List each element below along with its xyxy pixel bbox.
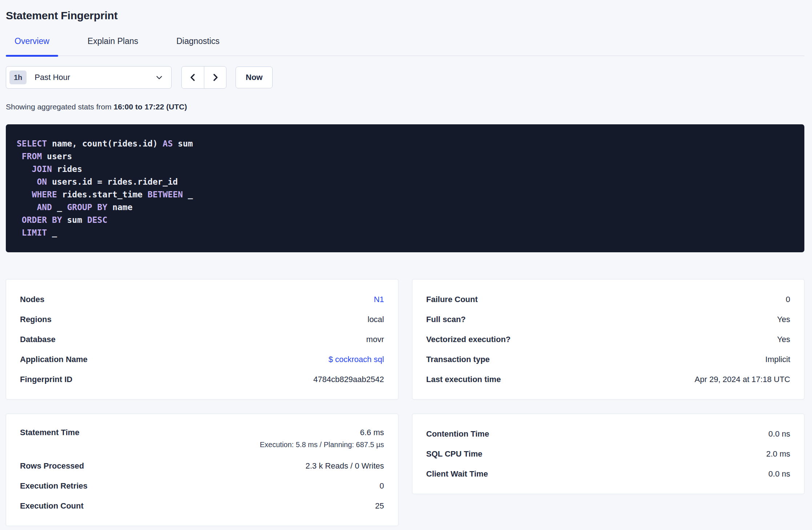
wait-times-card: Contention Time 0.0 ns SQL CPU Time 2.0 … <box>412 414 805 494</box>
stat-row-sql-cpu-time: SQL CPU Time 2.0 ms <box>426 444 791 464</box>
stat-label: Nodes <box>20 295 44 304</box>
statement-details-left-card: Nodes N1 Regions local Database movr App… <box>6 279 398 399</box>
sql-line: ON users.id = rides.rider_id <box>17 176 793 188</box>
stat-value-text: 0 <box>379 481 384 491</box>
tab-label: Overview <box>15 36 49 46</box>
tab-overview[interactable]: Overview <box>6 35 58 56</box>
stat-label: Database <box>20 335 56 344</box>
stat-value: Implicit <box>765 355 790 364</box>
stat-row-last-execution-time: Last execution time Apr 29, 2024 at 17:1… <box>426 369 791 389</box>
stat-row-regions: Regions local <box>20 309 384 329</box>
stat-value-text: 0 <box>786 295 790 304</box>
sql-keyword: GROUP <box>67 202 92 212</box>
stat-value-link[interactable]: N1 <box>374 295 384 304</box>
time-range-dropdown[interactable]: 1h Past Hour <box>6 66 172 89</box>
sql-keyword: JOIN <box>32 164 52 174</box>
stat-value: local <box>367 315 384 324</box>
stat-row-application-name: Application Name $ cockroach sql <box>20 349 384 369</box>
stat-subvalue: Execution: 5.8 ms / Planning: 687.5 µs <box>260 441 384 449</box>
stat-value: 25 <box>375 501 384 511</box>
stat-value-text: Yes <box>777 335 790 344</box>
sql-keyword: BY <box>97 202 108 212</box>
sql-line: WHERE rides.start_time BETWEEN _ <box>17 188 793 201</box>
stat-value-text: 0.0 ns <box>768 469 790 479</box>
stat-label: Last execution time <box>426 375 501 384</box>
sql-line: JOIN rides <box>17 163 793 176</box>
time-step-buttons <box>181 66 226 89</box>
stat-label: Fingerprint ID <box>20 375 72 384</box>
sql-keyword: WHERE <box>32 190 57 199</box>
stat-row-vectorized-execution: Vectorized execution? Yes <box>426 329 791 349</box>
stat-value: Yes <box>777 335 790 344</box>
sql-keyword: DESC <box>87 215 107 225</box>
now-button[interactable]: Now <box>236 67 273 88</box>
time-controls: 1h Past Hour Now <box>6 66 804 89</box>
stat-row-rows-processed: Rows Processed 2.3 k Reads / 0 Writes <box>20 456 384 476</box>
stat-value: 2.3 k Reads / 0 Writes <box>305 461 384 471</box>
tab-explain-plans[interactable]: Explain Plans <box>79 35 147 56</box>
caption-prefix: Showing aggregated stats from <box>6 103 112 111</box>
stat-row-execution-count: Execution Count 25 <box>20 496 384 516</box>
stat-value: 2.0 ms <box>766 449 790 459</box>
stat-label: Client Wait Time <box>426 469 488 479</box>
stat-label: Transaction type <box>426 355 490 364</box>
sql-keyword: LIMIT <box>22 228 47 237</box>
sql-keyword: SELECT <box>17 139 47 148</box>
next-interval-button[interactable] <box>204 67 226 88</box>
execution-stats-card: Statement Time 6.6 ms Execution: 5.8 ms … <box>6 414 398 526</box>
stat-value-text: movr <box>366 335 384 344</box>
stat-row-full-scan: Full scan? Yes <box>426 309 791 329</box>
sql-line: AND _ GROUP BY name <box>17 201 793 214</box>
stat-label: SQL CPU Time <box>426 449 482 459</box>
stat-value: movr <box>366 335 384 344</box>
stat-row-transaction-type: Transaction type Implicit <box>426 349 791 369</box>
stat-row-statement-time: Statement Time 6.6 ms Execution: 5.8 ms … <box>20 424 384 456</box>
sql-keyword: AS <box>163 139 173 148</box>
stat-value: 6.6 ms Execution: 5.8 ms / Planning: 687… <box>260 428 384 449</box>
stat-label: Execution Count <box>20 501 84 511</box>
stat-value-text: Yes <box>777 315 790 324</box>
stat-label: Full scan? <box>426 315 466 324</box>
stat-value: 0.0 ns <box>768 429 790 439</box>
stat-label: Vectorized execution? <box>426 335 511 344</box>
prev-interval-button[interactable] <box>182 67 204 88</box>
sql-line: FROM users <box>17 150 793 163</box>
tab-bar: OverviewExplain PlansDiagnostics <box>6 35 804 56</box>
stat-row-nodes: Nodes N1 <box>20 289 384 309</box>
stat-label: Execution Retries <box>20 481 88 491</box>
stat-label: Application Name <box>20 355 88 364</box>
tab-label: Explain Plans <box>88 36 138 46</box>
summary-cards: Nodes N1 Regions local Database movr App… <box>6 279 804 526</box>
stat-value-text: 6.6 ms <box>360 428 384 437</box>
stat-value-text: Apr 29, 2024 at 17:18 UTC <box>695 375 790 384</box>
stat-value-text: 2.0 ms <box>766 449 790 459</box>
stat-value: 0.0 ns <box>768 469 790 479</box>
stat-label: Failure Count <box>426 295 478 304</box>
stat-value: Yes <box>777 315 790 324</box>
tab-diagnostics[interactable]: Diagnostics <box>168 35 228 56</box>
sql-keyword: BETWEEN <box>148 190 183 199</box>
stat-value-text: 25 <box>375 501 384 511</box>
sql-keyword: ON <box>37 177 47 186</box>
stat-row-failure-count: Failure Count 0 <box>426 289 791 309</box>
stat-value-text: local <box>367 315 384 324</box>
stat-value: Apr 29, 2024 at 17:18 UTC <box>695 375 790 384</box>
stat-row-fingerprint-id: Fingerprint ID 4784cb829aab2542 <box>20 369 384 389</box>
stat-row-execution-retries: Execution Retries 0 <box>20 476 384 496</box>
stat-value-text: Implicit <box>765 355 790 364</box>
stat-value: $ cockroach sql <box>329 355 384 364</box>
stat-row-contention-time: Contention Time 0.0 ns <box>426 424 791 444</box>
chevron-left-icon <box>189 73 197 82</box>
stat-value-text: 2.3 k Reads / 0 Writes <box>305 461 384 471</box>
chevron-down-icon <box>155 73 163 81</box>
sql-line: ORDER BY sum DESC <box>17 214 793 226</box>
stat-row-database: Database movr <box>20 329 384 349</box>
aggregated-stats-caption: Showing aggregated stats from 16:00 to 1… <box>6 103 804 111</box>
stat-row-client-wait-time: Client Wait Time 0.0 ns <box>426 464 791 484</box>
time-range-label: Past Hour <box>35 73 147 82</box>
tab-label: Diagnostics <box>176 36 220 46</box>
stat-value-link[interactable]: $ cockroach sql <box>329 355 384 364</box>
stat-value: N1 <box>374 295 384 304</box>
time-range-badge: 1h <box>9 71 27 84</box>
caption-range: 16:00 to 17:22 (UTC) <box>114 103 187 111</box>
